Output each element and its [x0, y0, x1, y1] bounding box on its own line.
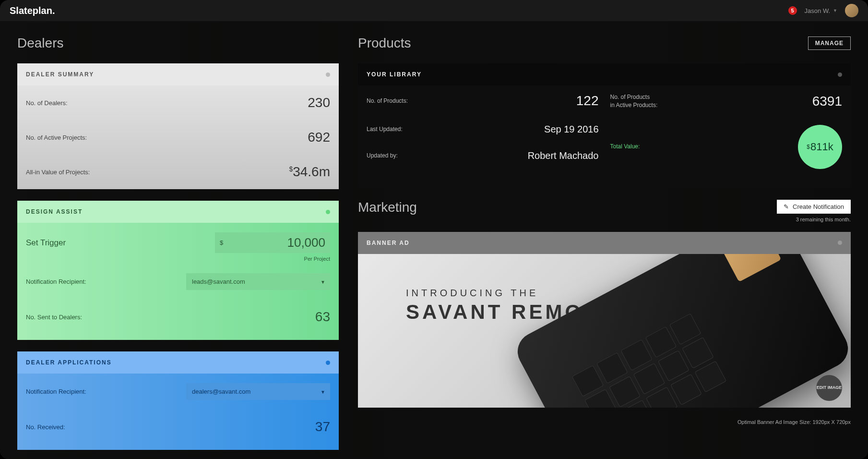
library-body: No. of Products: 122 Last Updated: Sep 1… [358, 85, 851, 188]
create-notification-button[interactable]: ✎ Create Notification [777, 200, 851, 214]
dealer-applications-body: Notification Recipient: dealers@savant.c… [17, 374, 339, 450]
trigger-currency: $ [220, 239, 223, 246]
summary-dealers-label: No. of Dealers: [26, 99, 68, 107]
remaining-label: 3 remaining this month. [777, 217, 851, 222]
products-header: Products MANAGE [358, 36, 851, 51]
recipient-select[interactable]: leads@savant.com [186, 273, 330, 290]
banner-image: INTRODUCING THE SAVANT REMOTE EDIT IMAGE [358, 254, 851, 408]
dealer-summary-header: DEALER SUMMARY [17, 63, 339, 85]
currency-symbol: $ [289, 165, 293, 173]
trigger-input[interactable] [227, 235, 325, 250]
library-header: YOUR LIBRARY [358, 63, 851, 85]
received-label: No. Received: [26, 423, 65, 431]
recipient-label: Notification Recipient: [26, 278, 86, 285]
remote-key [695, 361, 726, 392]
summary-value-number: 34.6m [293, 164, 330, 179]
dealers-header: Dealers [17, 36, 339, 51]
banner-ad-header: BANNER AD [358, 232, 851, 254]
lib-totalvalue-row: Total Value: $811k [610, 117, 843, 177]
lib-active-row: No. of Products in Active Products: 6391 [610, 85, 843, 117]
library-card: YOUR LIBRARY No. of Products: 122 Last U… [358, 63, 851, 188]
banner-intro: INTRODUCING THE [406, 288, 615, 299]
sent-row: No. Sent to Dealers: 63 [26, 300, 330, 334]
banner-size-note: Optimal Banner Ad Image Size: 1920px X 7… [358, 419, 851, 425]
total-value-currency: $ [807, 144, 810, 150]
summary-row-projects: No. of Active Projects: 692 [26, 120, 330, 155]
remote-buttons [572, 313, 726, 407]
lib-totalvalue-label: Total Value: [610, 143, 640, 151]
lib-updatedby-label: Updated by: [367, 152, 398, 160]
status-dot-icon [326, 72, 330, 77]
lib-updatedby-row: Updated by: Robert Machado [367, 143, 599, 169]
lib-active-label: No. of Products in Active Products: [610, 93, 658, 109]
status-dot-icon [838, 72, 842, 77]
per-project-label: Per Project [26, 256, 330, 262]
received-row: No. Received: 37 [26, 410, 330, 444]
summary-value-amount: $34.6m [289, 164, 330, 180]
banner-ad-title: BANNER AD [367, 240, 410, 246]
user-name-label: Jason W. [805, 7, 830, 14]
library-col-left: No. of Products: 122 Last Updated: Sep 1… [367, 85, 599, 177]
user-menu[interactable]: Jason W. ▼ [805, 7, 837, 14]
summary-row-value: All-in Value of Projects: $34.6m [26, 155, 330, 189]
dealers-title: Dealers [17, 36, 63, 51]
design-assist-card: DESIGN ASSIST Set Trigger $ Per Project … [17, 201, 339, 340]
total-value-circle: $811k [798, 125, 842, 169]
marketing-title: Marketing [358, 200, 417, 215]
summary-projects-label: No. of Active Projects: [26, 134, 87, 141]
apps-recipient-select-wrap: dealers@savant.com ▼ [186, 383, 330, 400]
trigger-input-wrap: $ [215, 232, 330, 253]
summary-dealers-value: 230 [308, 95, 330, 110]
edit-image-button[interactable]: EDIT IMAGE [816, 375, 842, 401]
dealer-applications-title: DEALER APPLICATIONS [26, 359, 112, 366]
total-value-amount: 811k [810, 141, 833, 153]
marketing-actions: ✎ Create Notification 3 remaining this m… [777, 200, 851, 222]
status-dot-icon [326, 361, 330, 365]
sent-label: No. Sent to Dealers: [26, 314, 82, 321]
dealers-column: Dealers DEALER SUMMARY No. of Dealers: 2… [17, 36, 339, 445]
trigger-label: Set Trigger [26, 238, 66, 248]
apps-recipient-label: Notification Recipient: [26, 388, 86, 395]
dealer-summary-body: No. of Dealers: 230 No. of Active Projec… [17, 85, 339, 189]
design-assist-body: Set Trigger $ Per Project Notification R… [17, 223, 339, 340]
summary-value-label: All-in Value of Projects: [26, 169, 90, 176]
dealer-summary-card: DEALER SUMMARY No. of Dealers: 230 No. o… [17, 63, 339, 189]
lib-products-label: No. of Products: [367, 97, 408, 105]
products-title: Products [358, 36, 411, 51]
lib-active-value: 6391 [812, 94, 842, 109]
recipient-row: Notification Recipient: leads@savant.com… [26, 264, 330, 300]
summary-row-dealers: No. of Dealers: 230 [26, 85, 330, 120]
marketing-header: Marketing ✎ Create Notification 3 remain… [358, 200, 851, 222]
apps-recipient-select[interactable]: dealers@savant.com [186, 383, 330, 400]
pencil-icon: ✎ [784, 203, 789, 210]
apps-recipient-row: Notification Recipient: dealers@savant.c… [26, 374, 330, 410]
dealer-summary-title: DEALER SUMMARY [26, 71, 94, 78]
content: Dealers DEALER SUMMARY No. of Dealers: 2… [0, 21, 868, 459]
library-title: YOUR LIBRARY [367, 71, 422, 78]
manage-button[interactable]: MANAGE [808, 36, 851, 50]
remote-key [670, 374, 702, 405]
topbar-right: 5 Jason W. ▼ [788, 4, 858, 17]
dealer-applications-header: DEALER APPLICATIONS [17, 351, 339, 374]
library-col-right: No. of Products in Active Products: 6391… [610, 85, 843, 177]
status-dot-icon [326, 210, 330, 214]
topbar: Slateplan. 5 Jason W. ▼ [0, 0, 868, 21]
lib-products-value: 122 [576, 93, 599, 109]
sent-value: 63 [315, 309, 330, 325]
notification-badge[interactable]: 5 [788, 6, 797, 15]
lib-updated-label: Last Updated: [367, 125, 403, 133]
lib-products-row: No. of Products: 122 [367, 85, 599, 116]
app-window: Slateplan. 5 Jason W. ▼ Dealers DEALER S… [0, 0, 868, 459]
logo[interactable]: Slateplan. [10, 5, 55, 16]
status-dot-icon [838, 241, 842, 245]
summary-projects-value: 692 [308, 130, 330, 145]
avatar[interactable] [845, 4, 858, 17]
lib-updated-value: Sep 19 2016 [544, 124, 598, 135]
chevron-down-icon: ▼ [833, 8, 837, 13]
recipient-select-wrap: leads@savant.com ▼ [186, 273, 330, 290]
design-assist-title: DESIGN ASSIST [26, 208, 83, 215]
products-column: Products MANAGE YOUR LIBRARY No. of Prod… [358, 36, 851, 445]
remote-illustration [511, 254, 851, 408]
lib-updated-row: Last Updated: Sep 19 2016 [367, 116, 599, 143]
dealer-applications-card: DEALER APPLICATIONS Notification Recipie… [17, 351, 339, 450]
